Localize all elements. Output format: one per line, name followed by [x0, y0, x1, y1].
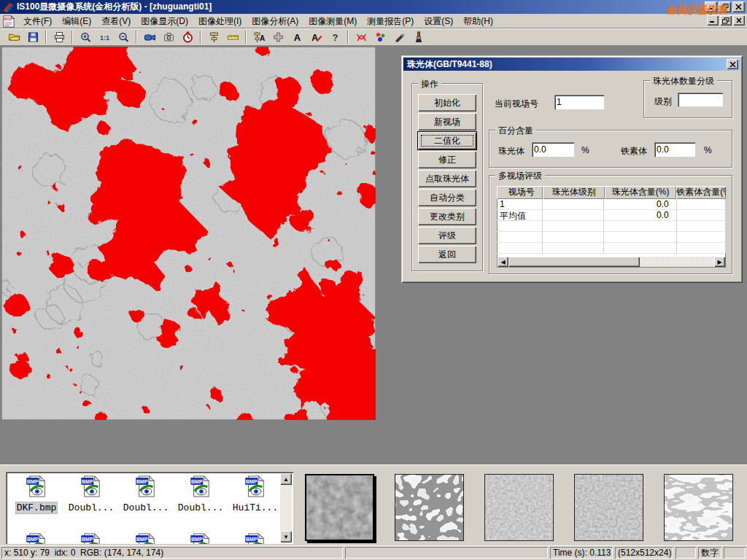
file-name[interactable]: Doubl... [123, 502, 169, 513]
file-name[interactable]: DKF.bmp [16, 502, 58, 513]
menu-item-3[interactable]: 图像显示(D) [136, 14, 193, 29]
open-button[interactable] [4, 30, 23, 45]
cursor-position-readout: x: 510 y: 79 idx: 0 RGB: (174, 174, 174) [1, 547, 343, 559]
table-row[interactable]: 平均值 0.0 [497, 210, 726, 221]
menu-item-6[interactable]: 图像测量(M) [303, 14, 362, 29]
menu-item-9[interactable]: 帮助(H) [458, 14, 498, 29]
mdi-minimize-button[interactable] [707, 15, 719, 26]
scrollbar-track[interactable] [508, 257, 714, 267]
percent-group-label: 百分含量 [495, 125, 536, 137]
thumbnail-2[interactable] [395, 474, 464, 541]
help-button[interactable]: ? [325, 30, 344, 45]
scrollbar-thumb[interactable] [508, 257, 640, 267]
erase-curve-button[interactable] [352, 30, 371, 45]
correct-button[interactable]: 修正 [418, 151, 476, 168]
scroll-right-button[interactable]: ▶ [714, 257, 725, 267]
menu-item-2[interactable]: 查看(V) [96, 14, 136, 29]
micrograph-image[interactable] [1, 47, 376, 420]
menu-item-8[interactable]: 设置(S) [419, 14, 458, 29]
text-icon: A [291, 31, 303, 43]
table-header: 视场号 珠光体级别 珠光体含量(%) 铁素体含量(%) [497, 186, 726, 199]
file-item[interactable] [65, 533, 117, 544]
level-input[interactable] [678, 93, 723, 106]
dialog-close-button[interactable] [727, 59, 738, 69]
annotate-button[interactable]: A [306, 30, 325, 45]
table-row[interactable] [497, 221, 726, 232]
pen-button[interactable] [390, 30, 409, 45]
mdi-close-button[interactable] [733, 15, 745, 26]
measure-text-button[interactable]: A [249, 30, 268, 45]
scroll-up-button[interactable]: ▲ [280, 473, 292, 485]
table-row[interactable] [497, 243, 726, 254]
count-points-button[interactable] [371, 30, 390, 45]
menu-item-0[interactable]: 文件(F) [18, 14, 57, 29]
thumbnail-4[interactable] [574, 474, 643, 541]
file-item[interactable]: Doubl... [65, 475, 117, 513]
file-item[interactable] [174, 533, 227, 544]
file-name[interactable]: HuiTi... [232, 502, 279, 513]
file-list[interactable]: DKF.bmpDoubl...Doubl...Doubl...HuiTi... … [6, 472, 293, 544]
thumbnail-1[interactable] [305, 474, 374, 541]
zoom-in-button[interactable] [76, 30, 95, 45]
new-field-button[interactable]: 新视场 [418, 113, 476, 131]
scroll-left-button[interactable]: ◀ [498, 257, 508, 267]
menu-item-1[interactable]: 编辑(E) [57, 14, 96, 29]
file-item[interactable] [10, 533, 63, 544]
file-item[interactable] [120, 533, 172, 544]
save-button[interactable] [23, 30, 42, 45]
file-item[interactable] [229, 533, 282, 544]
thumbnail-3[interactable] [484, 474, 554, 541]
file-item[interactable]: Doubl... [174, 475, 227, 513]
change-class-button[interactable]: 更改类别 [418, 208, 476, 225]
document-icon[interactable]: DOC [2, 15, 15, 28]
video-camera-button[interactable] [140, 30, 159, 45]
file-item[interactable]: HuiTi... [229, 475, 282, 513]
minimize-button[interactable] [705, 1, 717, 12]
restore-button[interactable] [719, 1, 731, 12]
actual-size-button[interactable]: 1:1 [95, 30, 114, 45]
ruler-button[interactable] [223, 30, 242, 45]
grade-button[interactable]: 评级 [418, 227, 476, 244]
binarize-button[interactable]: 二值化 [418, 132, 476, 149]
menu-item-4[interactable]: 图像处理(I) [193, 14, 247, 29]
pearlite-input[interactable] [532, 142, 574, 157]
return-button[interactable]: 返回 [418, 246, 476, 263]
pick-pearlite-button[interactable]: 点取珠光体 [418, 170, 476, 187]
text-button[interactable]: A [287, 30, 306, 45]
toolbar-separator [136, 31, 137, 44]
menu-item-5[interactable]: 图像分析(A) [247, 14, 303, 29]
arrow-right-icon: ▶ [717, 259, 721, 265]
file-item[interactable]: Doubl... [120, 475, 172, 513]
file-item[interactable]: DKF.bmp [10, 475, 63, 513]
caliper-button[interactable] [204, 30, 223, 45]
auto-classify-button[interactable]: 自动分类 [418, 189, 476, 206]
bmp-file-icon [135, 475, 157, 497]
bmp-file-icon [26, 475, 47, 497]
close-button[interactable] [732, 1, 745, 12]
minimize-icon [708, 4, 714, 10]
initialize-button[interactable]: 初始化 [418, 94, 476, 112]
snapshot-button[interactable] [159, 30, 178, 45]
zoom-out-button[interactable] [114, 30, 133, 45]
table-row[interactable]: 1 0.0 [497, 199, 726, 210]
file-name[interactable]: Doubl... [177, 502, 224, 513]
current-field-input[interactable] [554, 95, 604, 109]
ferrite-input[interactable] [654, 142, 695, 157]
cell-grade [543, 210, 604, 221]
thumbnail-5[interactable] [664, 474, 733, 541]
table-row[interactable] [497, 232, 726, 243]
menu-item-7[interactable]: 测量报告(P) [362, 14, 419, 29]
file-list-scrollbar[interactable]: ▲ ▼ [280, 473, 292, 542]
pattern-button[interactable] [268, 30, 287, 45]
file-name[interactable]: Doubl... [68, 502, 115, 513]
print-button[interactable] [50, 30, 69, 45]
mdi-restore-button[interactable] [720, 15, 732, 26]
table-horizontal-scrollbar[interactable]: ◀ ▶ [498, 257, 725, 267]
scroll-down-button[interactable]: ▼ [280, 531, 292, 542]
dialog-title-bar[interactable]: 珠光体(GB/T9441-88) [403, 58, 740, 71]
restore-icon [721, 4, 729, 10]
actual-size-icon: 1:1 [98, 31, 111, 43]
brush-button[interactable] [409, 30, 427, 45]
dialog-title: 珠光体(GB/T9441-88) [407, 58, 492, 71]
timer-button[interactable] [178, 30, 197, 45]
